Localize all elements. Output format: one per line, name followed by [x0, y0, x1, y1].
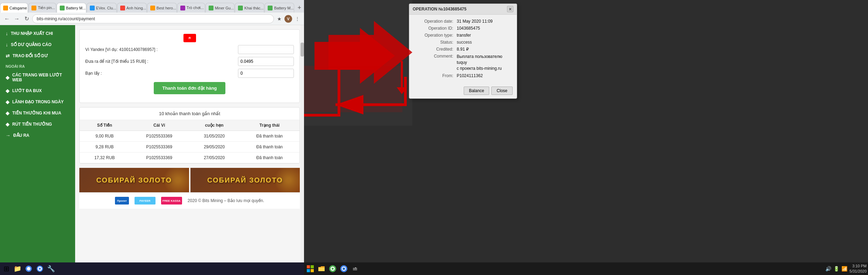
win-folder-icon[interactable]: [317, 264, 326, 274]
bookmark-icon[interactable]: ★: [275, 15, 283, 23]
tab-favicon-trochoi: [180, 6, 185, 10]
dialog-val-status: success: [457, 40, 472, 45]
yandex-wallet-label: Ví Yandex [Ví dụ: 410011400786957] :: [85, 47, 235, 52]
cell-amount-1: 9,00 RUB: [80, 131, 130, 142]
forward-button[interactable]: →: [13, 15, 21, 23]
status-tray: 🔊 🔋 📶 3:10 PM 5/31/2020: [825, 263, 867, 274]
svg-point-17: [332, 268, 334, 270]
taskbar-browser-btn[interactable]: [24, 264, 34, 274]
tab-favicon-anhhung: [120, 6, 125, 10]
footer-logo-freekassa: FREE KASSA: [161, 197, 182, 205]
scrollbar-track[interactable]: [301, 25, 304, 275]
win-browser-icon[interactable]: [328, 264, 338, 274]
balance-button[interactable]: Balance: [464, 87, 489, 95]
dialog-close-button[interactable]: ×: [507, 6, 513, 12]
tab-label-khaithai: Khai thác...: [244, 6, 263, 10]
win-start-icon[interactable]: [305, 264, 315, 274]
back-button[interactable]: ←: [3, 15, 11, 23]
user-avatar[interactable]: V: [284, 15, 292, 23]
dialog-key-from: From:: [415, 73, 457, 78]
date-display: 5/31/2020: [849, 269, 867, 274]
arrow-down-icon: ↓: [6, 31, 8, 36]
sidebar-item-rut-tien[interactable]: ◆ Rút tiền thưởng: [0, 119, 75, 130]
sidebar: ↓ Thu nhập xuất chi ↓ Số dư quảng cáo ⇄ …: [0, 25, 75, 275]
diamond-icon-5: ◆: [6, 121, 9, 127]
cell-wallet-2: P1025533369: [130, 142, 189, 153]
taskbar-windows-btn[interactable]: ⊞: [1, 264, 11, 274]
tab-trochoi[interactable]: Trò chơi... ×: [177, 3, 205, 13]
volume-icon: 📶: [841, 266, 847, 272]
toolbar: ← → ↻ ★ V ⋮: [0, 13, 304, 25]
tab-favicon-catsgame: [3, 6, 8, 10]
dialog-row-date: Operation date: 31 May 2020 11:09: [415, 19, 511, 24]
dialog-titlebar: OPERATION №1043685475 ×: [409, 4, 517, 15]
tab-catsgame[interactable]: Catsgame ×: [0, 3, 28, 13]
tab-battery2[interactable]: Battery M... ×: [265, 3, 294, 13]
svg-rect-22: [353, 269, 357, 270]
taskbar-chrome-btn[interactable]: [35, 264, 45, 274]
tab-besthero[interactable]: Best hero... ×: [147, 3, 177, 13]
svg-point-4: [39, 268, 41, 270]
sidebar-item-tien-thuong[interactable]: ◆ Tiền thưởng khi mua: [0, 107, 75, 119]
sidebar-item-lanh-dao[interactable]: ◆ Lãnh đạo trong ngày: [0, 96, 75, 107]
arrow-down-icon-2: ↓: [6, 42, 8, 47]
cell-date-1: 31/05/2020: [189, 131, 240, 142]
svg-point-1: [27, 267, 30, 270]
receive-input[interactable]: [238, 69, 294, 78]
sidebar-label-rut-tien: Rút tiền thưởng: [12, 122, 52, 127]
tab-favicon-evex: [90, 6, 95, 10]
taskbar-tool-btn[interactable]: 🔧: [46, 264, 56, 274]
menu-icon[interactable]: ⋮: [294, 15, 301, 23]
address-bar[interactable]: [32, 14, 274, 23]
tab-evex[interactable]: EVex. Clu... ×: [87, 3, 117, 13]
tab-minergu[interactable]: Miner Gu... ×: [205, 3, 235, 13]
sidebar-label-luot-da-bux: Lướt đa bux: [12, 88, 42, 93]
close-button[interactable]: Close: [491, 87, 513, 95]
arrow-right-icon: →: [6, 133, 10, 138]
dialog-key-comment: Comment:: [415, 54, 457, 71]
table-row: 17,32 RUB P1025533369 27/05/2020 Đã than…: [80, 153, 299, 163]
tab-label-battery2: Battery M...: [274, 6, 294, 10]
win-chrome-icon[interactable]: [339, 264, 349, 274]
new-tab-button[interactable]: +: [295, 3, 304, 13]
dialog-key-id: Operation ID:: [415, 26, 457, 31]
yandex-logo: Я: [183, 34, 196, 42]
dialog-title: OPERATION №1043685475: [413, 7, 466, 12]
reload-button[interactable]: ↻: [22, 15, 31, 23]
dialog-footer: Balance Close: [409, 84, 517, 98]
banner-2-text: СОБИРАЙ ЗОЛОТО: [207, 176, 283, 184]
sidebar-item-dau-ra[interactable]: → Đầu ra: [0, 130, 75, 141]
svg-point-20: [343, 268, 345, 270]
win-settings-icon[interactable]: [350, 264, 360, 274]
banner-2[interactable]: СОБИРАЙ ЗОЛОТО: [190, 168, 300, 192]
sidebar-label-so-du: Số dư quảng cáo: [11, 42, 51, 47]
dialog-key-status: Status:: [415, 40, 457, 45]
browser-window: Catsgame × Tiền pin... × Battery M... × …: [0, 0, 304, 275]
sidebar-item-thu-nhap[interactable]: ↓ Thu nhập xuất chi: [0, 28, 75, 39]
sidebar-item-trao-doi[interactable]: ⇄ Trao đổi số dư: [0, 50, 75, 61]
sidebar-label-lanh-dao: Lãnh đạo trong ngày: [12, 99, 64, 104]
sidebar-label-dau-ra: Đầu ra: [13, 133, 29, 138]
sidebar-item-so-du[interactable]: ↓ Số dư quảng cáo: [0, 39, 75, 50]
tab-anhhung[interactable]: Anh hùng... ×: [117, 3, 147, 13]
screenshot-area: [304, 0, 412, 126]
diamond-icon-4: ◆: [6, 110, 9, 116]
payment-button[interactable]: Thanh toán đơn đặt hàng: [154, 82, 225, 94]
banner-1[interactable]: СОБИРАЙ ЗОЛОТО: [79, 168, 189, 192]
table-row: 9,28 RUB P1025533369 29/05/2020 Đã thanh…: [80, 142, 299, 153]
cell-status-1: Đã thanh toán: [240, 131, 299, 142]
sidebar-item-luot-da-bux[interactable]: ◆ Lướt đa bux: [0, 85, 75, 96]
sidebar-item-trang-web[interactable]: ◆ Các trang web lướt web: [0, 70, 75, 85]
dialog-key-type: Operation type:: [415, 33, 457, 38]
taskbar-folder-btn[interactable]: 📁: [13, 264, 22, 274]
table-row: 9,00 RUB P1025533369 31/05/2020 Đã thanh…: [80, 131, 299, 142]
withdraw-input[interactable]: [238, 57, 294, 66]
tab-battery[interactable]: Battery M... ×: [57, 3, 86, 13]
yandex-wallet-input[interactable]: [238, 45, 294, 54]
scrollbar-thumb[interactable]: [301, 43, 304, 57]
cell-status-3: Đã thanh toán: [240, 153, 299, 163]
svg-rect-21: [353, 268, 357, 269]
tab-khaithai[interactable]: Khai thác... ×: [235, 3, 264, 13]
tab-tienpin[interactable]: Tiền pin... ×: [28, 3, 56, 13]
receive-label: Bạn lấy :: [85, 71, 235, 76]
